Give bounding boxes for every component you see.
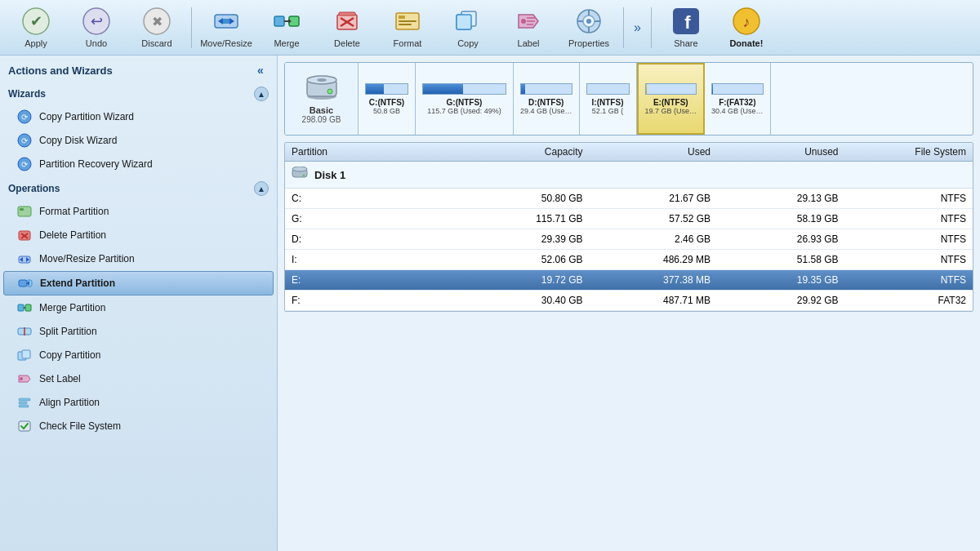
svg-point-72 — [317, 78, 327, 82]
undo-button[interactable]: ↩ Undo — [67, 3, 126, 52]
sidebar-item-copy-disk-wizard[interactable]: ⟳ Copy Disk Wizard — [3, 129, 274, 152]
svg-text:⟳: ⟳ — [21, 136, 29, 145]
share-label: Share — [674, 38, 697, 48]
partition-visual-G[interactable]: G:(NTFS) 115.7 GB (Used: 49%) — [416, 63, 514, 135]
move-resize-button[interactable]: Move/Resize — [197, 3, 256, 52]
table-row[interactable]: C: 50.80 GB 21.67 GB 29.13 GB NTFS — [285, 189, 973, 209]
merge-partition-label: Merge Partition — [39, 302, 105, 313]
partition-visual-C[interactable]: C:(NTFS) 50.8 GB — [359, 63, 416, 135]
svg-rect-54 — [19, 280, 27, 287]
format-button[interactable]: Format — [378, 3, 437, 52]
table-row-selected[interactable]: E: 19.72 GB 377.38 MB 19.35 GB NTFS — [285, 270, 973, 291]
partition-visual-E[interactable]: E:(NTFS) 19.7 GB (Use… — [637, 63, 706, 135]
delete-button[interactable]: Delete — [318, 3, 376, 52]
sidebar-item-merge-partition[interactable]: Merge Partition — [3, 296, 274, 319]
wizard-icon: ⟳ — [16, 109, 33, 125]
svg-rect-20 — [399, 20, 416, 22]
operations-section-header: Operations ▲ — [0, 176, 277, 199]
svg-rect-47 — [20, 208, 24, 211]
apply-button[interactable]: ✔ Apply — [7, 3, 65, 52]
table-row[interactable]: D: 29.39 GB 2.46 GB 26.93 GB NTFS — [285, 229, 973, 250]
label-button[interactable]: Label — [499, 3, 558, 52]
sidebar-item-partition-recovery-wizard[interactable]: ⟳ Partition Recovery Wizard — [3, 153, 274, 176]
partition-visual-D[interactable]: D:(NTFS) 29.4 GB (Use… — [514, 63, 580, 135]
format-partition-label: Format Partition — [39, 206, 109, 217]
sidebar-item-split-partition[interactable]: Split Partition — [3, 320, 274, 343]
partition-visual-F[interactable]: F:(FAT32) 30.4 GB (Use… — [705, 63, 771, 135]
svg-point-64 — [20, 377, 23, 380]
copy-button[interactable]: Copy — [439, 3, 497, 52]
svg-rect-58 — [25, 304, 31, 311]
cell-partition: D: — [292, 233, 455, 245]
partition-size-G: 115.7 GB (Used: 49%) — [427, 107, 501, 115]
svg-point-31 — [586, 19, 591, 24]
col-used: Used — [583, 146, 711, 158]
wizards-toggle[interactable]: ▲ — [254, 87, 269, 101]
sidebar-item-copy-partition[interactable]: Copy Partition — [3, 344, 274, 367]
align-partition-label: Align Partition — [39, 397, 100, 408]
partition-name-F: F:(FAT32) — [719, 98, 755, 107]
sidebar: Actions and Wizards « Wizards ▲ ⟳ Copy P… — [0, 56, 278, 551]
partition-name-D: D:(NTFS) — [528, 98, 564, 107]
cell-unused: 58.19 GB — [710, 213, 839, 224]
cell-capacity: 52.06 GB — [455, 254, 583, 265]
undo-label: Undo — [86, 38, 107, 48]
svg-rect-57 — [18, 304, 24, 311]
wizards-section-header: Wizards ▲ — [0, 82, 277, 104]
cell-partition: C: — [292, 193, 455, 204]
table-row[interactable]: F: 30.40 GB 487.71 MB 29.92 GB FAT32 — [285, 291, 973, 311]
partition-bar-D — [520, 83, 572, 95]
sidebar-item-extend-partition[interactable]: Extend Partition — [3, 271, 274, 295]
extend-partition-label: Extend Partition — [40, 278, 115, 289]
cell-used: 486.29 MB — [583, 254, 711, 265]
sidebar-item-copy-partition-wizard[interactable]: ⟳ Copy Partition Wizard — [3, 105, 274, 128]
cell-capacity: 30.40 GB — [455, 295, 583, 306]
svg-rect-66 — [19, 402, 27, 404]
more-button[interactable]: » — [629, 20, 646, 35]
sidebar-header: Actions and Wizards « — [0, 56, 277, 82]
partition-bar-C — [365, 83, 408, 95]
discard-button[interactable]: ✖ Discard — [127, 3, 186, 52]
operations-items: Format Partition Delete Partition — [0, 200, 277, 438]
sidebar-item-delete-partition[interactable]: Delete Partition — [3, 224, 274, 247]
cell-used: 487.71 MB — [583, 295, 711, 306]
sidebar-item-move-resize-partition[interactable]: Move/Resize Partition — [3, 247, 274, 270]
table-row[interactable]: I: 52.06 GB 486.29 MB 51.58 GB NTFS — [285, 250, 973, 270]
sidebar-item-align-partition[interactable]: Align Partition — [3, 391, 274, 414]
cell-fs: NTFS — [839, 193, 967, 204]
cell-used: 21.67 GB — [583, 193, 711, 204]
svg-text:f: f — [684, 12, 691, 33]
properties-button[interactable]: Properties — [559, 3, 618, 52]
merge-icon — [272, 7, 301, 36]
svg-text:✔: ✔ — [30, 13, 42, 29]
cell-fs: FAT32 — [839, 295, 967, 306]
table-header: Partition Capacity Used Unused File Syst… — [285, 143, 973, 162]
copy-partition-label: Copy Partition — [39, 349, 100, 361]
share-button[interactable]: f Share — [657, 3, 715, 52]
collapse-button[interactable]: « — [252, 62, 269, 78]
merge-button[interactable]: Merge — [257, 3, 316, 52]
partition-visual-I[interactable]: I:(NTFS) 52.1 GB ( — [580, 63, 637, 135]
operations-toggle[interactable]: ▲ — [254, 181, 269, 196]
sidebar-item-format-partition[interactable]: Format Partition — [3, 200, 274, 223]
delete-label: Delete — [334, 38, 360, 48]
format-partition-icon — [16, 203, 33, 220]
main-container: Actions and Wizards « Wizards ▲ ⟳ Copy P… — [0, 56, 980, 551]
cell-fs: NTFS — [839, 274, 967, 286]
wizards-items: ⟳ Copy Partition Wizard ⟳ Copy Disk Wiza… — [0, 105, 277, 176]
donate-button[interactable]: ♪ Donate! — [717, 3, 776, 52]
sidebar-title: Actions and Wizards — [8, 64, 113, 77]
sidebar-item-set-label[interactable]: Set Label — [3, 367, 274, 390]
operations-label: Operations — [8, 183, 60, 194]
wizards-label: Wizards — [8, 88, 46, 100]
cell-capacity: 115.71 GB — [455, 213, 583, 224]
label-icon — [514, 7, 543, 36]
merge-partition-icon — [16, 300, 33, 316]
separator-2 — [623, 7, 624, 48]
sidebar-item-check-file-system[interactable]: Check File System — [3, 415, 274, 438]
partition-name-E: E:(NTFS) — [653, 98, 688, 107]
delete-icon — [332, 7, 362, 36]
share-icon: f — [671, 7, 701, 36]
table-row[interactable]: G: 115.71 GB 57.52 GB 58.19 GB NTFS — [285, 209, 973, 229]
svg-rect-19 — [399, 16, 405, 19]
